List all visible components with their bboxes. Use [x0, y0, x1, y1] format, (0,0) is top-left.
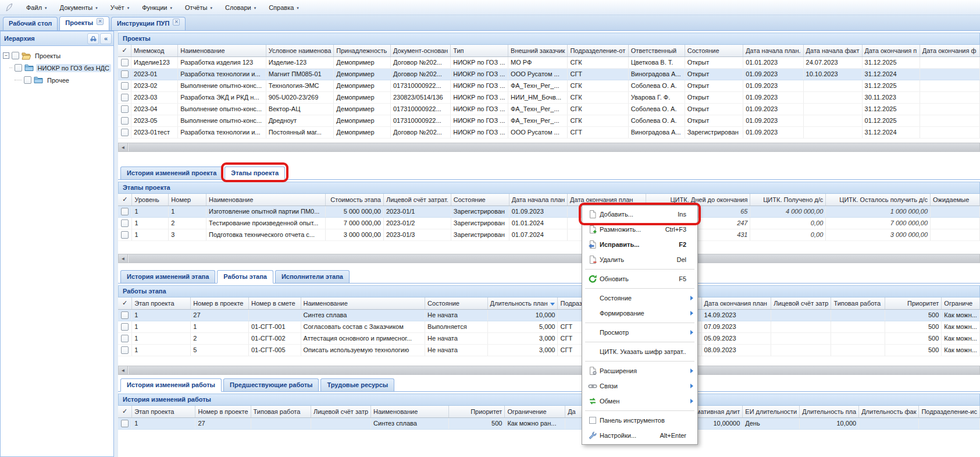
table-row[interactable]: 2023-02Выполнение опытно-конс...Технолог… [118, 80, 980, 91]
projects-hscrollbar[interactable]: ◄ [118, 143, 980, 152]
table-row[interactable]: Изделие123Разработка изделия 123Изделие-… [118, 56, 980, 68]
checkbox[interactable] [121, 323, 129, 331]
sidebar-item-projects-root[interactable]: −Проекты [3, 49, 111, 62]
column-header[interactable]: Состояние [425, 297, 487, 309]
context-menu-item-add[interactable]: Добавить...Ins [583, 207, 696, 222]
tab-preceding-works[interactable]: Предшествующие работы [223, 378, 319, 391]
context-menu-item-toolbar-panel[interactable]: Панель инструментов [583, 413, 696, 428]
select-all-header[interactable]: ✓ [118, 45, 131, 56]
column-header[interactable]: Приоритет [885, 297, 942, 309]
column-header[interactable]: Состояние [451, 194, 509, 206]
scroll-thumb[interactable] [128, 143, 979, 151]
column-header[interactable]: Наименование [206, 194, 326, 206]
sidebar-item-other[interactable]: Прочее [3, 74, 111, 86]
stages-hscrollbar[interactable]: ◄ [118, 254, 980, 263]
column-header[interactable]: Ограничение [505, 406, 565, 417]
sidebar-item-niokr-goz[interactable]: НИОКР по ГОЗ без НДС [3, 62, 111, 74]
checkbox[interactable] [121, 94, 129, 101]
column-header[interactable]: Дата окончания ф [920, 45, 979, 56]
checkbox[interactable] [121, 59, 129, 66]
context-menu-item-citk-cost-code[interactable]: ЦИТК. Указать шифр затрат... [583, 344, 696, 359]
column-header[interactable]: Типовая работа [831, 297, 885, 309]
column-header[interactable]: Дата начала план [509, 194, 567, 206]
column-header[interactable]: Длительность пла [800, 406, 859, 417]
checkbox[interactable] [121, 117, 129, 125]
tab-stage-works[interactable]: Работы этапа [217, 270, 273, 284]
checkbox[interactable] [121, 335, 129, 342]
column-header[interactable]: Дата окончания план [701, 297, 771, 309]
tab-project-stages[interactable]: Этапы проекта [224, 166, 285, 180]
context-menu-item-exchange[interactable]: Обмен [583, 394, 696, 409]
scroll-left-icon[interactable]: ◄ [119, 366, 128, 374]
checkbox[interactable] [12, 52, 19, 59]
tree-expander-icon[interactable]: − [3, 52, 9, 59]
table-row[interactable]: 2023-01Разработка технологии и...Магнит … [118, 68, 980, 80]
checkbox[interactable] [121, 70, 129, 78]
table-row[interactable]: 2023-01тестРазработка технологии и...Пос… [118, 126, 980, 138]
window-tab-pup-instructions[interactable]: Инструкции ПУП✕ [111, 17, 186, 30]
tab-stage-executors[interactable]: Исполнители этапа [275, 270, 350, 283]
tab-labor-resources[interactable]: Трудовые ресурсы [320, 378, 394, 391]
works-hscrollbar[interactable]: ◄ [118, 366, 980, 375]
table-row[interactable]: 12Тестирование произведенной опыт...7 00… [118, 217, 980, 229]
select-all-header[interactable]: ✓ [118, 406, 132, 417]
column-header[interactable]: Состояние [685, 45, 743, 56]
checkbox[interactable] [121, 208, 129, 215]
column-header[interactable]: Этап проекта [132, 297, 191, 309]
panel-splitter[interactable] [114, 31, 118, 457]
checkbox[interactable] [121, 420, 129, 427]
table-row[interactable]: 2023-05Выполнение опытно-конс...Дредноут… [118, 115, 980, 126]
menubar-item-5[interactable]: Словари▾ [219, 2, 262, 13]
table-row[interactable]: 2023-04Выполнение опытно-конс...Вектор-А… [118, 103, 980, 115]
tab-work-history[interactable]: История изменений работы [120, 378, 222, 392]
context-menu-item-state[interactable]: Состояние [583, 291, 696, 306]
context-menu-item-links[interactable]: Связи [583, 378, 696, 394]
column-header[interactable]: Подразделение-ис [919, 406, 980, 417]
column-header[interactable]: Дата окончания п [862, 45, 920, 56]
column-header[interactable]: Ограниче [942, 297, 980, 309]
column-header[interactable]: Мнемокод [131, 45, 178, 56]
column-header[interactable]: Типовая работа [251, 406, 311, 417]
column-header[interactable]: Дата начала план. [743, 45, 803, 56]
checkbox[interactable] [121, 105, 129, 113]
checkbox[interactable] [121, 82, 129, 90]
column-header[interactable]: Ответственный [628, 45, 685, 56]
select-all-header[interactable]: ✓ [118, 194, 132, 206]
column-header[interactable]: Условное наименова [266, 45, 334, 56]
table-row[interactable]: 1101-СГТ-001Согласовать состав с Заказчи… [118, 321, 980, 332]
column-header[interactable]: ЕИ длительности [743, 406, 800, 417]
table-row[interactable]: 127Синтез сплава500Как можно ран...10,00… [118, 417, 980, 429]
column-header[interactable]: Номер [169, 194, 206, 206]
column-header[interactable]: Подразделение-от [568, 45, 628, 56]
menubar-item-3[interactable]: Функции▾ [136, 2, 179, 13]
window-tab-desktop[interactable]: Рабочий стол [3, 17, 58, 30]
checkbox[interactable] [121, 346, 129, 354]
column-header[interactable]: Принадлежность [334, 45, 391, 56]
table-row[interactable]: 1501-СГТ-005Описать используемую техноло… [118, 344, 980, 356]
collapse-panel-button[interactable]: « [100, 33, 112, 44]
column-header[interactable]: Лицевой счёт затр [311, 406, 370, 417]
column-header[interactable]: Лицевой счёт затрат. [383, 194, 451, 206]
column-header[interactable]: Номер в проекте [195, 406, 251, 417]
column-header[interactable]: Приоритет [449, 406, 505, 417]
column-header[interactable]: ЦИТК. Осталось получить д/с [826, 194, 931, 206]
context-menu-item-settings[interactable]: Настройки...Alt+Enter [583, 428, 696, 443]
table-row[interactable]: 13Подготовка технического отчета с...3 0… [118, 229, 980, 240]
context-menu-item-extensions[interactable]: Расширения [583, 363, 696, 378]
column-header[interactable]: Наименование [178, 45, 266, 56]
column-header[interactable]: Наименование [301, 297, 425, 309]
table-row[interactable]: 2023-03Разработка ЭКД и РКД н...905-U020… [118, 91, 980, 103]
context-menu-item-duplicate[interactable]: Размножить...Ctrl+F3 [583, 222, 696, 237]
checkbox[interactable] [121, 129, 129, 136]
menubar-item-0[interactable]: Файл▾ [20, 2, 54, 13]
table-row[interactable]: 127Синтез сплаваНе начата10,00014.09.202… [118, 309, 980, 321]
column-header[interactable]: Дата начала факт [803, 45, 862, 56]
column-header[interactable]: Внешний заказчик [508, 45, 568, 56]
column-header[interactable]: Номер в проекте [191, 297, 249, 309]
checkbox[interactable] [15, 64, 22, 72]
context-menu-item-edit[interactable]: Исправить...F2 [583, 237, 696, 252]
tab-project-history[interactable]: История изменений проекта [120, 166, 223, 179]
column-header[interactable]: Стоимость этапа [326, 194, 384, 206]
checkbox[interactable] [121, 219, 129, 227]
column-header[interactable]: Длительность план [487, 297, 558, 309]
